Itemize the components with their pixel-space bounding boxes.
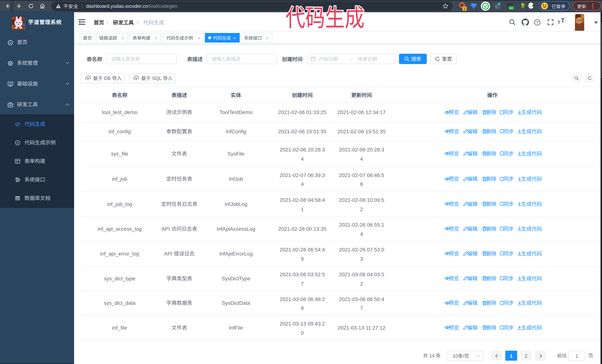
svg-text:?: ?: [536, 20, 539, 24]
svg-text:1: 1: [464, 7, 466, 10]
svg-text:on: on: [510, 6, 513, 10]
svg-text:代码生成: 代码生成: [286, 4, 365, 31]
